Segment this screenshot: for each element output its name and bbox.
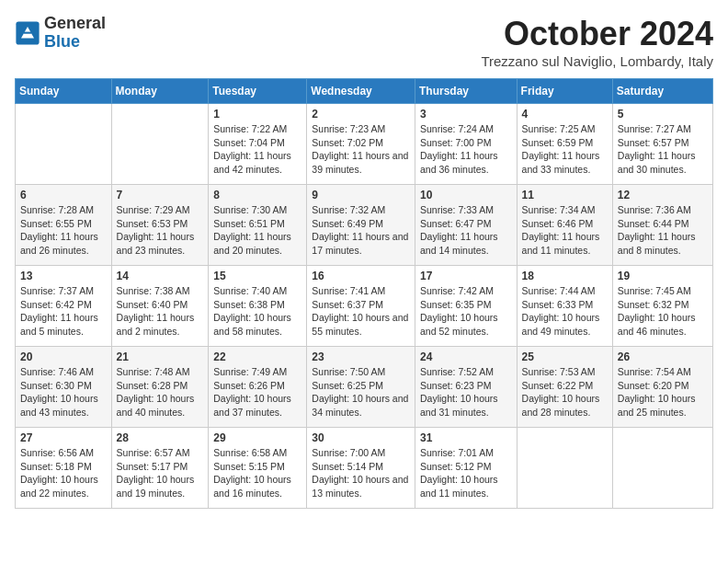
day-number: 29: [213, 431, 301, 444]
day-info: Sunrise: 7:22 AMSunset: 7:04 PMDaylight:…: [213, 122, 301, 177]
day-info: Sunrise: 7:29 AMSunset: 6:53 PMDaylight:…: [117, 203, 204, 258]
weekday-row: SundayMondayTuesdayWednesdayThursdayFrid…: [16, 79, 713, 104]
weekday-header-sunday: Sunday: [16, 79, 112, 104]
day-cell: 21Sunrise: 7:48 AMSunset: 6:28 PMDayligh…: [111, 347, 209, 428]
day-cell: 20Sunrise: 7:46 AMSunset: 6:30 PMDayligh…: [16, 347, 112, 428]
day-cell: [612, 428, 712, 509]
day-info: Sunrise: 7:50 AMSunset: 6:25 PMDaylight:…: [312, 365, 410, 419]
calendar-table: SundayMondayTuesdayWednesdayThursdayFrid…: [15, 78, 713, 509]
day-number: 21: [117, 350, 204, 363]
day-cell: 30Sunrise: 7:00 AMSunset: 5:14 PMDayligh…: [307, 428, 415, 509]
day-number: 3: [420, 108, 512, 121]
day-cell: [517, 428, 612, 509]
day-cell: 3Sunrise: 7:24 AMSunset: 7:00 PMDaylight…: [415, 104, 517, 185]
calendar-body: 1Sunrise: 7:22 AMSunset: 7:04 PMDaylight…: [16, 104, 713, 509]
day-number: 26: [618, 350, 708, 363]
day-number: 15: [213, 270, 301, 282]
day-cell: 27Sunrise: 6:56 AMSunset: 5:18 PMDayligh…: [16, 428, 112, 509]
day-info: Sunrise: 7:32 AMSunset: 6:49 PMDaylight:…: [312, 203, 410, 258]
day-number: 25: [522, 350, 608, 363]
day-info: Sunrise: 7:37 AMSunset: 6:42 PMDaylight:…: [20, 284, 107, 339]
week-row-3: 13Sunrise: 7:37 AMSunset: 6:42 PMDayligh…: [16, 266, 713, 347]
weekday-header-monday: Monday: [111, 79, 209, 104]
day-cell: 2Sunrise: 7:23 AMSunset: 7:02 PMDaylight…: [307, 104, 415, 185]
day-cell: 4Sunrise: 7:25 AMSunset: 6:59 PMDaylight…: [517, 104, 612, 185]
day-info: Sunrise: 7:41 AMSunset: 6:37 PMDaylight:…: [312, 284, 410, 339]
day-info: Sunrise: 7:46 AMSunset: 6:30 PMDaylight:…: [20, 365, 107, 419]
svg-rect-2: [24, 31, 31, 33]
day-number: 31: [420, 431, 512, 444]
day-cell: [16, 104, 112, 185]
day-cell: 6Sunrise: 7:28 AMSunset: 6:55 PMDaylight…: [16, 185, 112, 266]
day-number: 2: [312, 108, 410, 121]
day-number: 1: [213, 108, 301, 121]
day-number: 18: [522, 270, 608, 282]
day-info: Sunrise: 7:24 AMSunset: 7:00 PMDaylight:…: [420, 122, 512, 177]
day-number: 11: [522, 189, 608, 201]
day-cell: 13Sunrise: 7:37 AMSunset: 6:42 PMDayligh…: [16, 266, 112, 347]
day-number: 12: [618, 189, 708, 201]
day-number: 23: [312, 350, 410, 363]
day-info: Sunrise: 7:36 AMSunset: 6:44 PMDaylight:…: [618, 203, 708, 258]
day-info: Sunrise: 7:53 AMSunset: 6:22 PMDaylight:…: [522, 365, 608, 419]
day-info: Sunrise: 7:38 AMSunset: 6:40 PMDaylight:…: [117, 284, 204, 339]
day-cell: 22Sunrise: 7:49 AMSunset: 6:26 PMDayligh…: [209, 347, 307, 428]
day-info: Sunrise: 7:49 AMSunset: 6:26 PMDaylight:…: [213, 365, 301, 419]
day-cell: 26Sunrise: 7:54 AMSunset: 6:20 PMDayligh…: [612, 347, 712, 428]
day-cell: [111, 104, 209, 185]
day-number: 16: [312, 270, 410, 282]
day-info: Sunrise: 7:42 AMSunset: 6:35 PMDaylight:…: [420, 284, 512, 339]
day-cell: 8Sunrise: 7:30 AMSunset: 6:51 PMDaylight…: [209, 185, 307, 266]
day-info: Sunrise: 7:01 AMSunset: 5:12 PMDaylight:…: [420, 446, 512, 500]
weekday-header-friday: Friday: [517, 79, 612, 104]
logo-text: General Blue: [44, 15, 106, 52]
weekday-header-tuesday: Tuesday: [209, 79, 307, 104]
day-info: Sunrise: 7:52 AMSunset: 6:23 PMDaylight:…: [420, 365, 512, 419]
month-title: October 2024: [481, 15, 713, 53]
week-row-4: 20Sunrise: 7:46 AMSunset: 6:30 PMDayligh…: [16, 347, 713, 428]
week-row-1: 1Sunrise: 7:22 AMSunset: 7:04 PMDaylight…: [16, 104, 713, 185]
day-info: Sunrise: 7:40 AMSunset: 6:38 PMDaylight:…: [213, 284, 301, 339]
weekday-header-saturday: Saturday: [612, 79, 712, 104]
day-number: 30: [312, 431, 410, 444]
day-cell: 28Sunrise: 6:57 AMSunset: 5:17 PMDayligh…: [111, 428, 209, 509]
day-cell: 5Sunrise: 7:27 AMSunset: 6:57 PMDaylight…: [612, 104, 712, 185]
day-info: Sunrise: 7:45 AMSunset: 6:32 PMDaylight:…: [618, 284, 708, 339]
calendar-header: SundayMondayTuesdayWednesdayThursdayFrid…: [16, 79, 713, 104]
day-cell: 7Sunrise: 7:29 AMSunset: 6:53 PMDaylight…: [111, 185, 209, 266]
day-number: 5: [618, 108, 708, 121]
day-cell: 11Sunrise: 7:34 AMSunset: 6:46 PMDayligh…: [517, 185, 612, 266]
day-cell: 19Sunrise: 7:45 AMSunset: 6:32 PMDayligh…: [612, 266, 712, 347]
day-number: 13: [20, 270, 107, 282]
week-row-2: 6Sunrise: 7:28 AMSunset: 6:55 PMDaylight…: [16, 185, 713, 266]
day-cell: 15Sunrise: 7:40 AMSunset: 6:38 PMDayligh…: [209, 266, 307, 347]
day-info: Sunrise: 6:57 AMSunset: 5:17 PMDaylight:…: [117, 446, 204, 500]
day-info: Sunrise: 7:48 AMSunset: 6:28 PMDaylight:…: [117, 365, 204, 419]
title-area: October 2024 Trezzano sul Naviglio, Lomb…: [481, 15, 713, 69]
day-number: 17: [420, 270, 512, 282]
day-number: 27: [20, 431, 107, 444]
day-cell: 12Sunrise: 7:36 AMSunset: 6:44 PMDayligh…: [612, 185, 712, 266]
day-number: 8: [213, 189, 301, 201]
logo-blue: Blue: [44, 33, 106, 52]
day-number: 9: [312, 189, 410, 201]
day-cell: 17Sunrise: 7:42 AMSunset: 6:35 PMDayligh…: [415, 266, 517, 347]
day-number: 28: [117, 431, 204, 444]
logo-icon: [15, 20, 40, 46]
day-info: Sunrise: 7:28 AMSunset: 6:55 PMDaylight:…: [20, 203, 107, 258]
day-number: 14: [117, 270, 204, 282]
day-cell: 9Sunrise: 7:32 AMSunset: 6:49 PMDaylight…: [307, 185, 415, 266]
day-cell: 1Sunrise: 7:22 AMSunset: 7:04 PMDaylight…: [209, 104, 307, 185]
day-info: Sunrise: 7:27 AMSunset: 6:57 PMDaylight:…: [618, 122, 708, 177]
day-info: Sunrise: 7:25 AMSunset: 6:59 PMDaylight:…: [522, 122, 608, 177]
day-info: Sunrise: 7:44 AMSunset: 6:33 PMDaylight:…: [522, 284, 608, 339]
week-row-5: 27Sunrise: 6:56 AMSunset: 5:18 PMDayligh…: [16, 428, 713, 509]
day-cell: 10Sunrise: 7:33 AMSunset: 6:47 PMDayligh…: [415, 185, 517, 266]
day-number: 4: [522, 108, 608, 121]
weekday-header-thursday: Thursday: [415, 79, 517, 104]
day-number: 6: [20, 189, 107, 201]
day-cell: 24Sunrise: 7:52 AMSunset: 6:23 PMDayligh…: [415, 347, 517, 428]
day-cell: 16Sunrise: 7:41 AMSunset: 6:37 PMDayligh…: [307, 266, 415, 347]
day-info: Sunrise: 7:54 AMSunset: 6:20 PMDaylight:…: [618, 365, 708, 419]
day-info: Sunrise: 7:30 AMSunset: 6:51 PMDaylight:…: [213, 203, 301, 258]
